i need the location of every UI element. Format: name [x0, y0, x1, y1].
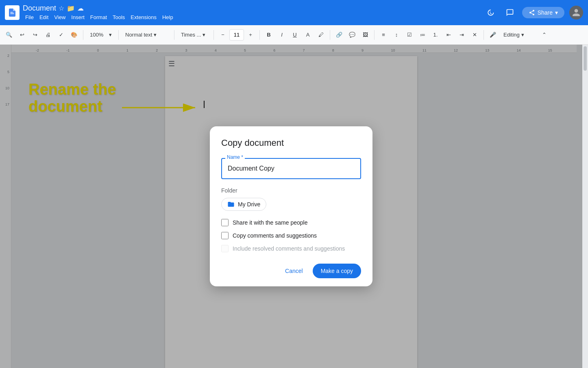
- align-button[interactable]: ≡: [378, 28, 389, 41]
- folder-selector-button[interactable]: My Drive: [221, 198, 266, 211]
- menu-tools[interactable]: Tools: [110, 13, 127, 21]
- font-size-area: − 11 +: [217, 28, 256, 41]
- editing-arrow: ▾: [521, 32, 524, 38]
- name-input[interactable]: [221, 158, 361, 179]
- editing-label: Editing: [503, 32, 520, 38]
- font-size-decrease[interactable]: −: [217, 28, 229, 41]
- spellcheck-button[interactable]: ✓: [55, 28, 67, 41]
- divider-3: [174, 30, 174, 40]
- right-scrollbar[interactable]: [582, 45, 588, 368]
- paint-format-button[interactable]: 🎨: [68, 28, 80, 41]
- numbered-list-button[interactable]: 1.: [430, 28, 441, 41]
- menu-format[interactable]: Format: [88, 13, 109, 21]
- font-color-button[interactable]: A: [302, 28, 314, 41]
- link-button[interactable]: 🔗: [333, 28, 345, 41]
- print-button[interactable]: 🖨: [42, 28, 54, 41]
- editing-dropdown[interactable]: Editing ▾: [500, 28, 537, 41]
- menu-help[interactable]: Help: [160, 13, 176, 21]
- bullet-list-button[interactable]: ≔: [417, 28, 428, 41]
- scroll-thumb[interactable]: [584, 46, 587, 71]
- title-area: Document ☆ 📁 ☁ File Edit View Insert For…: [23, 4, 480, 21]
- menu-bar: File Edit View Insert Format Tools Exten…: [23, 13, 480, 21]
- indent-decrease-button[interactable]: ⇤: [443, 28, 454, 41]
- clear-format-button[interactable]: ✕: [469, 28, 480, 41]
- menu-file[interactable]: File: [23, 13, 36, 21]
- folder-icon: [227, 201, 235, 208]
- share-button[interactable]: Share ▾: [522, 7, 564, 18]
- folder-section-label: Folder: [221, 187, 361, 194]
- page-area: -2-10123456789101112131415 ☰ Rename the …: [0, 45, 582, 368]
- checkbox-copy-comments-label: Copy comments and suggestions: [233, 232, 317, 239]
- divider-4: [213, 30, 214, 40]
- doc-title-row: Document ☆ 📁 ☁: [23, 4, 480, 13]
- style-label: Normal text: [125, 32, 152, 38]
- image-button[interactable]: 🖼: [359, 28, 371, 41]
- zoom-dropdown[interactable]: 100% ▾: [87, 28, 115, 41]
- font-size-input[interactable]: 11: [229, 29, 244, 41]
- collapse-toolbar-button[interactable]: ⌃: [538, 28, 550, 41]
- indent-increase-button[interactable]: ⇥: [456, 28, 467, 41]
- comment-inline-button[interactable]: 💬: [346, 28, 358, 41]
- dialog-actions: Cancel Make a copy: [221, 264, 361, 278]
- zoom-level: 100%: [90, 32, 103, 38]
- modal-overlay: Copy document Name * Folder My Drive Sha…: [0, 45, 582, 368]
- folder-move-icon[interactable]: 📁: [67, 4, 75, 12]
- menu-extensions[interactable]: Extensions: [128, 13, 159, 21]
- cloud-save-icon[interactable]: ☁: [77, 4, 84, 12]
- checklist-button[interactable]: ☑: [404, 28, 415, 41]
- checkbox-share-label: Share it with the same people: [233, 219, 307, 226]
- doc-area: 2 5 10 17 -2-10123456789101112131415 ☰: [0, 45, 588, 368]
- checkbox-share-input[interactable]: [221, 219, 229, 226]
- search-button[interactable]: 🔍: [3, 28, 15, 41]
- divider-1: [83, 30, 83, 40]
- font-size-increase[interactable]: +: [245, 28, 256, 41]
- voice-button[interactable]: 🎤: [487, 28, 499, 41]
- style-arrow: ▾: [154, 32, 157, 38]
- title-bar-right: Share ▾: [483, 5, 583, 20]
- highlight-button[interactable]: 🖊: [315, 28, 327, 41]
- checkbox-share: Share it with the same people: [221, 219, 361, 226]
- title-bar: Document ☆ 📁 ☁ File Edit View Insert For…: [0, 0, 588, 25]
- checkbox-copy-comments-input[interactable]: [221, 232, 229, 239]
- google-docs-icon: [5, 5, 20, 20]
- line-spacing-button[interactable]: ↕: [391, 28, 402, 41]
- menu-edit[interactable]: Edit: [37, 13, 51, 21]
- title-icons: ☆ 📁 ☁: [59, 4, 84, 12]
- doc-title[interactable]: Document: [23, 4, 56, 13]
- font-label: Times ...: [181, 32, 201, 38]
- italic-button[interactable]: I: [276, 28, 287, 41]
- star-icon[interactable]: ☆: [59, 4, 64, 12]
- bold-button[interactable]: B: [263, 28, 274, 41]
- share-label: Share: [538, 9, 553, 16]
- checkbox-group: Share it with the same people Copy comme…: [221, 219, 361, 252]
- checkbox-include-resolved-label: Include resolved comments and suggestion…: [233, 245, 345, 252]
- checkbox-include-resolved: Include resolved comments and suggestion…: [221, 245, 361, 252]
- underline-button[interactable]: U: [289, 28, 301, 41]
- share-dropdown-icon[interactable]: ▾: [555, 9, 558, 16]
- name-field-label: Name *: [225, 154, 245, 160]
- menu-insert[interactable]: Insert: [69, 13, 87, 21]
- divider-7: [374, 30, 375, 40]
- comments-icon[interactable]: [503, 5, 517, 20]
- checkbox-copy-comments: Copy comments and suggestions: [221, 232, 361, 239]
- menu-view[interactable]: View: [52, 13, 68, 21]
- folder-name: My Drive: [238, 201, 260, 208]
- divider-5: [259, 30, 260, 40]
- redo-button[interactable]: ↪: [29, 28, 41, 41]
- zoom-arrow: ▾: [109, 32, 112, 38]
- divider-6: [330, 30, 330, 40]
- make-copy-button[interactable]: Make a copy: [313, 264, 361, 278]
- divider-8: [483, 30, 484, 40]
- checkbox-include-resolved-input: [221, 245, 229, 252]
- name-field-wrapper: Name *: [221, 158, 361, 179]
- style-dropdown[interactable]: Normal text ▾: [122, 28, 171, 41]
- cancel-button[interactable]: Cancel: [279, 264, 309, 277]
- copy-document-dialog: Copy document Name * Folder My Drive Sha…: [210, 126, 372, 286]
- history-icon[interactable]: [483, 5, 498, 20]
- font-arrow: ▾: [203, 32, 205, 38]
- divider-2: [118, 30, 119, 40]
- toolbar: 🔍 ↩ ↪ 🖨 ✓ 🎨 100% ▾ Normal text ▾ Times .…: [0, 25, 588, 45]
- font-dropdown[interactable]: Times ... ▾: [178, 28, 210, 41]
- user-avatar[interactable]: [569, 6, 583, 19]
- undo-button[interactable]: ↩: [16, 28, 28, 41]
